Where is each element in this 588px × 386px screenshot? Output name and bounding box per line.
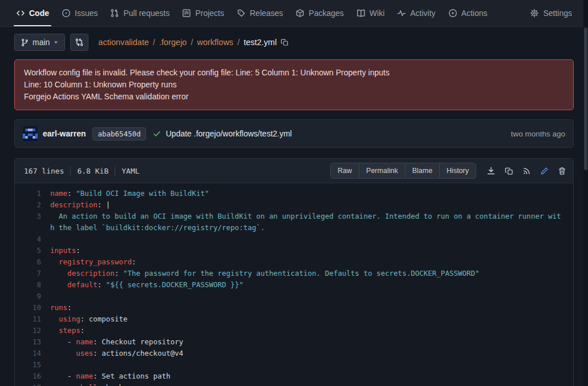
commit-author-avatar[interactable]: [23, 126, 38, 141]
file-header: 167 lines 6.8 KiB YAML Raw Permalink Bla…: [15, 159, 573, 183]
page-scrollbar[interactable]: [583, 0, 588, 386]
delete-file-button[interactable]: [558, 167, 566, 175]
repo-toolbar: main actionvalidate / .forgejo / workflo…: [14, 34, 574, 51]
copy-icon: [505, 167, 513, 175]
line-number[interactable]: 8: [15, 279, 50, 291]
line-content: description: |: [50, 199, 573, 211]
repo-navbar: Code Issues Pull requests Projects Relea…: [0, 0, 588, 27]
nav-tab-activity[interactable]: Activity: [391, 0, 441, 26]
breadcrumb-repo-link[interactable]: actionvalidate: [98, 38, 149, 47]
line-number[interactable]: 4: [15, 234, 50, 245]
nav-tab-actions[interactable]: Actions: [443, 0, 493, 26]
line-content: using: composite: [50, 313, 573, 325]
line-content: registry_password:: [50, 256, 573, 268]
nav-tab-wiki[interactable]: Wiki: [351, 0, 390, 26]
code-line: 9: [15, 291, 573, 302]
code-line: 3 An action to build an OCI image with B…: [15, 211, 573, 234]
project-board-icon: [182, 9, 191, 18]
scrollbar-thumb[interactable]: [584, 27, 587, 170]
breadcrumb-dir-link[interactable]: .forgejo: [159, 38, 186, 47]
commit-success-check-icon[interactable]: [153, 130, 161, 138]
line-content: [50, 234, 573, 245]
line-number[interactable]: 17: [15, 382, 50, 386]
breadcrumb-separator: /: [190, 38, 193, 47]
line-number[interactable]: 7: [15, 268, 50, 279]
nav-tab-projects[interactable]: Projects: [176, 0, 230, 26]
breadcrumb-separator: /: [153, 38, 155, 47]
file-actions: Raw Permalink Blame History: [330, 163, 566, 179]
file-size: 6.8 KiB: [77, 167, 108, 175]
branch-name: main: [33, 38, 50, 47]
nav-tab-label: Actions: [461, 9, 488, 18]
compare-button[interactable]: [70, 34, 88, 51]
nav-tab-code[interactable]: Code: [10, 0, 55, 26]
line-number[interactable]: 15: [15, 359, 50, 371]
code-line: 5inputs:: [15, 245, 573, 256]
line-content: - name: Set actions path: [50, 371, 573, 382]
line-number[interactable]: 1: [15, 188, 50, 199]
edit-file-button[interactable]: [540, 167, 549, 175]
rss-icon: [522, 167, 531, 175]
line-number[interactable]: 16: [15, 371, 50, 382]
nav-tab-settings[interactable]: Settings: [524, 0, 578, 26]
tag-icon: [237, 9, 246, 18]
line-number[interactable]: 14: [15, 348, 50, 359]
nav-tab-label: Code: [29, 9, 49, 18]
permalink-button[interactable]: Permalink: [359, 163, 405, 178]
alert-line: Forgejo Actions YAML Schema validation e…: [24, 91, 564, 103]
line-number[interactable]: 6: [15, 256, 50, 268]
breadcrumb-dir-link[interactable]: workflows: [197, 38, 233, 47]
code-line: 2description: |: [15, 199, 573, 211]
nav-tab-issues[interactable]: Issues: [56, 0, 103, 26]
line-content: name: "Build OCI Image with BuildKit": [50, 188, 573, 199]
line-number[interactable]: 10: [15, 302, 50, 313]
nav-tab-label: Wiki: [370, 9, 384, 18]
nav-tab-releases[interactable]: Releases: [231, 0, 289, 26]
line-number[interactable]: 5: [15, 245, 50, 256]
breadcrumb-filename: test2.yml: [244, 38, 277, 47]
code-line: 10runs:: [15, 302, 573, 313]
branch-selector-button[interactable]: main: [14, 34, 65, 51]
line-number[interactable]: 12: [15, 325, 50, 336]
copy-path-button[interactable]: [281, 38, 289, 46]
code-lines: 1name: "Build OCI Image with BuildKit"2d…: [15, 183, 573, 386]
code-line: 7 description: "The password for the reg…: [15, 268, 573, 279]
nav-tab-packages[interactable]: Packages: [290, 0, 349, 26]
line-number[interactable]: 2: [15, 199, 50, 211]
trash-icon: [558, 167, 566, 175]
rss-feed-button[interactable]: [522, 167, 531, 175]
book-icon: [356, 9, 366, 18]
git-branch-icon: [21, 38, 29, 47]
gear-icon: [530, 9, 539, 18]
nav-tab-label: Settings: [543, 9, 572, 18]
blame-button[interactable]: Blame: [405, 163, 439, 178]
history-button[interactable]: History: [439, 163, 476, 178]
copy-content-button[interactable]: [505, 167, 513, 175]
commit-author-name[interactable]: earl-warren: [43, 129, 86, 138]
nav-tab-label: Packages: [309, 9, 343, 18]
file-meta: 167 lines 6.8 KiB YAML: [24, 167, 140, 175]
code-line: 16 - name: Set actions path: [15, 371, 573, 382]
file-language: YAML: [121, 167, 139, 175]
code-line: 17 shell: bash: [15, 382, 573, 386]
line-number[interactable]: 9: [15, 291, 50, 302]
line-content: - name: Checkout repository: [50, 336, 573, 348]
line-content: steps:: [50, 325, 573, 336]
raw-button[interactable]: Raw: [331, 163, 359, 178]
package-icon: [295, 9, 305, 18]
line-content: shell: bash: [50, 382, 573, 386]
line-number[interactable]: 13: [15, 336, 50, 348]
chevron-down-icon: [53, 39, 59, 45]
commit-message[interactable]: Update .forgejo/workflows/test2.yml: [166, 129, 292, 138]
line-number[interactable]: 3: [15, 211, 50, 234]
line-content: [50, 291, 573, 302]
nav-tab-pull-requests[interactable]: Pull requests: [104, 0, 175, 26]
pencil-icon: [540, 167, 549, 175]
breadcrumb-separator: /: [237, 38, 240, 47]
commit-hash-badge[interactable]: abab65450d: [92, 127, 145, 140]
download-button[interactable]: [486, 166, 496, 175]
alert-line: Workflow config file is invalid. Please …: [24, 67, 564, 79]
line-content: inputs:: [50, 245, 573, 256]
line-number[interactable]: 11: [15, 313, 50, 325]
nav-tab-label: Activity: [410, 9, 435, 18]
